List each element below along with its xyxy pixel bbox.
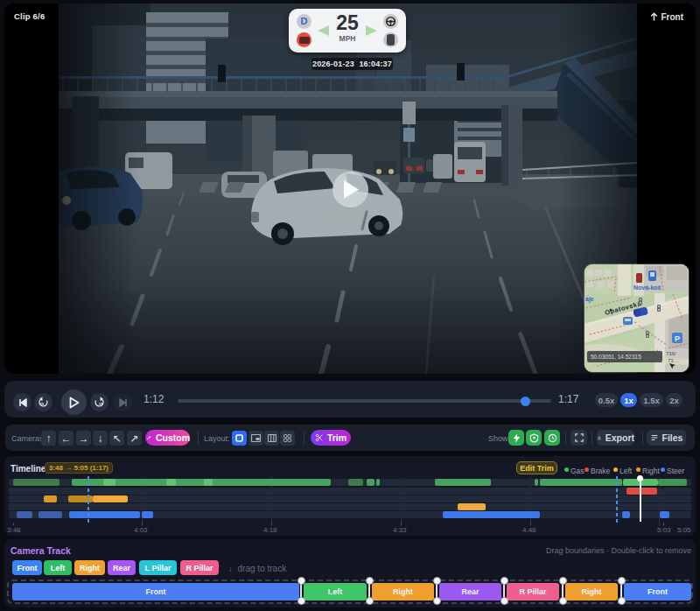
svg-text:15: 15 <box>39 402 44 406</box>
svg-text:15: 15 <box>99 402 103 406</box>
